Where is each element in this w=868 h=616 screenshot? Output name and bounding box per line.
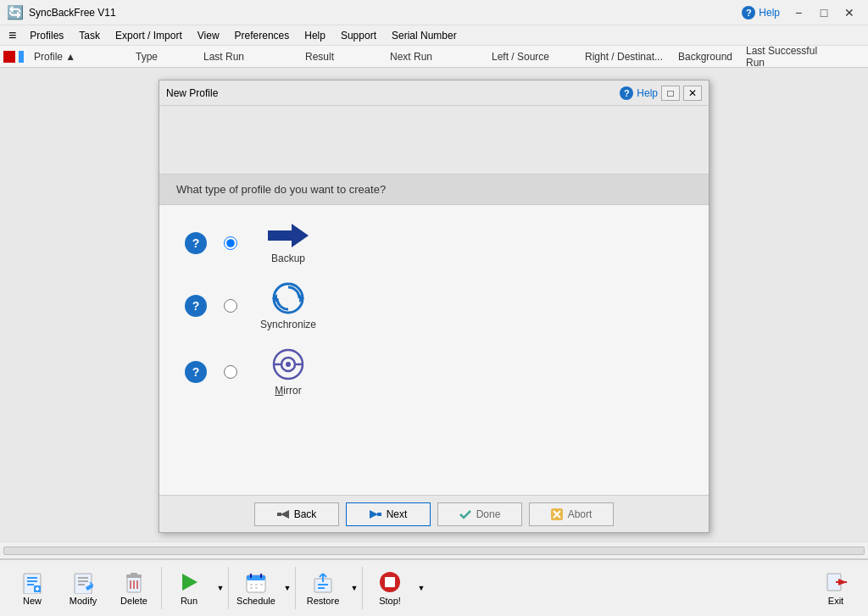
col-last-successful: Last Successful Run (739, 45, 841, 69)
app-title: SyncBackFree V11 (29, 7, 116, 19)
col-left-source: Left / Source (485, 51, 578, 63)
svg-rect-17 (27, 577, 37, 579)
svg-rect-46 (318, 584, 328, 585)
taskbar: New Modify Delet (0, 558, 868, 616)
separator-2 (228, 567, 229, 609)
dialog-maximize-button[interactable]: □ (661, 86, 680, 101)
new-icon (20, 570, 44, 594)
col-result: Result (298, 51, 383, 63)
dialog-help-label: Help (637, 87, 658, 99)
separator-3 (295, 567, 296, 609)
menu-bar: ≡ Profiles Task Export / Import View Pre… (0, 25, 868, 46)
mirror-icon (271, 347, 305, 381)
sync-icon (271, 281, 305, 315)
schedule-icon (244, 570, 268, 594)
question-bar: What type of profile do you want to crea… (159, 174, 709, 205)
horizontal-scrollbar[interactable] (3, 547, 865, 555)
menu-preferences[interactable]: Preferences (228, 28, 297, 43)
menu-support[interactable]: Support (334, 28, 383, 43)
menu-help[interactable]: Help (298, 28, 332, 43)
col-background: Background (671, 51, 739, 63)
run-button[interactable]: Run (164, 563, 214, 613)
menu-profiles[interactable]: Profiles (23, 28, 70, 43)
new-button[interactable]: New (7, 563, 58, 613)
backup-help-button[interactable]: ? (185, 232, 207, 254)
stop-button[interactable]: Stop! (364, 563, 415, 613)
modify-button[interactable]: Modify (58, 563, 108, 613)
col-last-run: Last Run (197, 51, 298, 63)
new-profile-dialog: New Profile ? Help □ ✕ What type of prof… (159, 80, 709, 533)
col-profile: Profile ▲ (27, 51, 129, 63)
svg-rect-26 (78, 584, 85, 585)
exit-button[interactable]: Exit (810, 563, 861, 613)
done-button[interactable]: Done (437, 502, 522, 526)
dialog-footer: Back Next Done (159, 495, 709, 532)
exit-label: Exit (828, 596, 843, 606)
new-label: New (23, 596, 42, 606)
svg-rect-31 (131, 573, 137, 575)
sync-label: Synchronize (260, 319, 316, 330)
restore-button[interactable]: Restore (298, 563, 348, 613)
backup-arrow-icon (268, 222, 309, 249)
backup-label: Backup (271, 253, 305, 264)
delete-icon (122, 570, 146, 594)
svg-rect-49 (385, 577, 395, 587)
abort-button[interactable]: Abort (529, 502, 614, 526)
svg-marker-9 (281, 510, 289, 519)
window-controls: − □ ✕ (787, 3, 861, 22)
restore-icon (311, 570, 335, 594)
schedule-label: Schedule (236, 596, 275, 606)
abort-label: Abort (568, 508, 593, 520)
minimize-button[interactable]: − (787, 3, 810, 22)
schedule-button[interactable]: Schedule (231, 563, 281, 613)
delete-button[interactable]: Delete (108, 563, 159, 613)
hamburger-menu[interactable]: ≡ (3, 26, 21, 45)
restore-dropdown[interactable]: ▼ (348, 563, 360, 613)
dialog-help-button[interactable]: ? Help (620, 86, 658, 100)
backup-radio[interactable] (224, 236, 237, 250)
run-dropdown[interactable]: ▼ (214, 563, 226, 613)
close-button[interactable]: ✕ (837, 3, 861, 22)
dialog-titlebar: New Profile ? Help □ ✕ (159, 80, 709, 106)
svg-marker-11 (370, 510, 378, 519)
help-icon: ? (742, 6, 755, 19)
svg-rect-24 (78, 577, 88, 579)
titlebar-help-button[interactable]: ? Help (742, 6, 780, 19)
separator-1 (161, 567, 162, 609)
menu-serial-number[interactable]: Serial Number (385, 28, 464, 43)
svg-rect-12 (377, 513, 381, 516)
dialog-close-button[interactable]: ✕ (683, 86, 702, 101)
schedule-dropdown[interactable]: ▼ (281, 563, 293, 613)
menu-export-import[interactable]: Export / Import (108, 28, 189, 43)
mirror-option[interactable]: Mirror (254, 347, 322, 397)
restore-label: Restore (307, 596, 340, 606)
next-arrow-icon (370, 508, 381, 520)
dialog-title: New Profile (166, 87, 218, 99)
stop-dropdown[interactable]: ▼ (415, 563, 427, 613)
title-bar: 🔄 SyncBackFree V11 ? Help − □ ✕ (0, 0, 868, 25)
exit-icon (824, 570, 848, 594)
sync-option[interactable]: Synchronize (254, 281, 322, 330)
svg-point-6 (286, 362, 291, 367)
backup-option[interactable]: Backup (254, 222, 322, 264)
back-button[interactable]: Back (254, 502, 339, 526)
app-icon: 🔄 (7, 4, 24, 20)
menu-task[interactable]: Task (72, 28, 107, 43)
col-next-run: Next Run (383, 51, 485, 63)
col-right-dest: Right / Destinat... (578, 51, 671, 63)
mirror-help-button[interactable]: ? (185, 361, 207, 383)
back-arrow-icon (277, 508, 289, 520)
sync-radio[interactable] (224, 299, 237, 313)
stop-indicator (3, 51, 15, 63)
menu-view[interactable]: View (191, 28, 226, 43)
column-headers: Profile ▲ Type Last Run Result Next Run … (0, 46, 868, 68)
maximize-button[interactable]: □ (812, 3, 836, 22)
run-icon (177, 570, 201, 594)
svg-rect-10 (277, 513, 281, 516)
sync-help-button[interactable]: ? (185, 295, 207, 317)
option-row-synchronize: ? Synchronize (185, 281, 683, 330)
next-button[interactable]: Next (346, 502, 431, 526)
dialog-header-area (159, 106, 709, 174)
mirror-radio[interactable] (224, 365, 237, 379)
help-label: Help (759, 7, 780, 19)
